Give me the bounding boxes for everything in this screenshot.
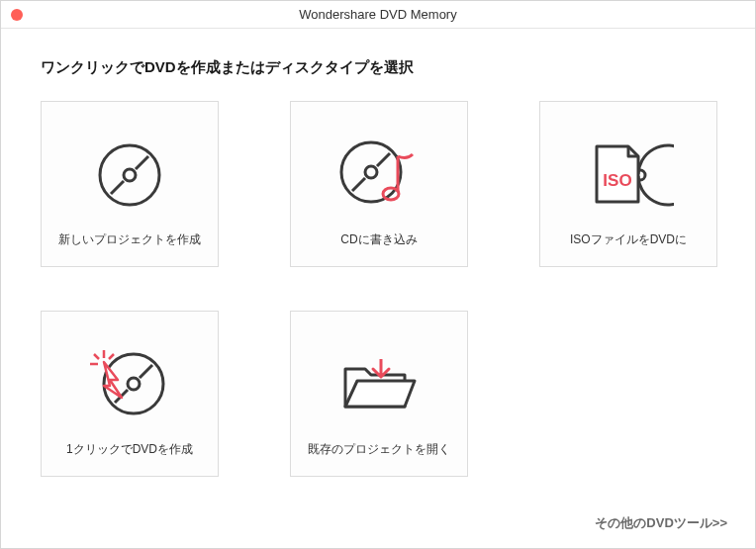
- card-label: CDに書き込み: [340, 232, 417, 248]
- card-label: 既存のプロジェクトを開く: [308, 442, 450, 458]
- more-dvd-tools-link[interactable]: その他のDVDツール>>: [595, 515, 727, 530]
- card-iso-to-dvd[interactable]: ISO ISOファイルをDVDに: [539, 101, 717, 267]
- svg-point-5: [365, 166, 377, 178]
- svg-line-7: [377, 153, 390, 166]
- page-heading: ワンクリックでDVDを作成またはディスクタイプを選択: [41, 58, 715, 77]
- option-grid: 新しいプロジェクトを作成 CDに書き込み: [41, 101, 715, 477]
- titlebar: Wondershare DVD Memory: [1, 1, 755, 29]
- music-disc-icon: [335, 118, 423, 232]
- folder-open-icon: [337, 327, 421, 442]
- content-area: ワンクリックでDVDを作成またはディスクタイプを選択 新しいプロジェクトを作成: [1, 29, 755, 502]
- app-window: Wondershare DVD Memory ワンクリックでDVDを作成またはデ…: [0, 0, 756, 549]
- footer: その他のDVDツール>>: [1, 502, 755, 548]
- close-button[interactable]: [11, 9, 23, 21]
- svg-line-6: [352, 178, 365, 191]
- card-open-project[interactable]: 既存のプロジェクトを開く: [290, 311, 468, 477]
- card-label: ISOファイルをDVDに: [570, 232, 687, 248]
- card-new-project[interactable]: 新しいプロジェクトを作成: [41, 101, 219, 267]
- svg-line-2: [111, 181, 124, 194]
- svg-text:ISO: ISO: [603, 171, 631, 190]
- disc-icon: [91, 118, 168, 232]
- iso-file-icon: ISO: [583, 118, 674, 232]
- card-one-click-dvd[interactable]: 1クリックでDVDを作成: [41, 311, 219, 477]
- window-title: Wondershare DVD Memory: [1, 7, 755, 22]
- svg-line-16: [94, 354, 99, 359]
- svg-point-4: [341, 142, 401, 202]
- svg-line-17: [109, 354, 114, 359]
- card-burn-cd[interactable]: CDに書き込み: [290, 101, 468, 267]
- svg-point-12: [128, 378, 140, 390]
- svg-point-0: [100, 145, 159, 205]
- one-click-disc-icon: [86, 327, 173, 442]
- card-label: 1クリックでDVDを作成: [66, 442, 193, 458]
- svg-line-14: [140, 365, 152, 378]
- svg-line-3: [136, 156, 148, 169]
- card-label: 新しいプロジェクトを作成: [58, 232, 201, 248]
- svg-point-1: [124, 169, 136, 181]
